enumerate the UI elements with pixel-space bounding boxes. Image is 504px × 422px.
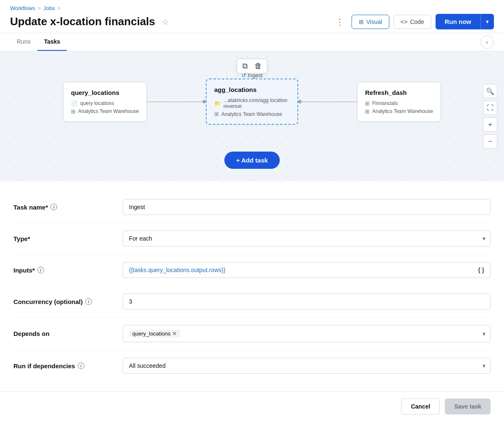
breadcrumb-workflows[interactable]: Workflows — [10, 5, 35, 11]
save-task-button[interactable]: Save task — [445, 398, 491, 414]
task-name-label: Task name* i — [13, 204, 123, 211]
form-row-concurrency: Concurrency (optional) i — [13, 286, 491, 317]
connector-dot-1 — [202, 100, 206, 103]
warehouse-icon-2: ⊞ — [214, 111, 219, 117]
task-form: Task name* i Type* For each Notebook Pyt… — [0, 181, 504, 391]
inputs-label: Inputs* i — [13, 267, 123, 274]
zoom-out-icon: − — [488, 138, 492, 145]
run-now-group: Run now ▾ — [436, 14, 494, 29]
expand-icon: ⛶ — [487, 104, 494, 112]
depends-field[interactable]: query_locations ✕ ▾ — [123, 325, 491, 342]
task-name-info-icon[interactable]: i — [50, 204, 57, 210]
task-name-input[interactable] — [123, 199, 491, 215]
node-query-locations-detail2: ⊞ Analytics Team Warehouse — [71, 108, 139, 115]
tabs-bar: Runs Tasks ‹ — [0, 33, 504, 51]
node-refresh-dash-detail1: ⊞ Finnancials — [365, 100, 433, 107]
form-row-run-if: Run if dependencies i All succeeded At l… — [13, 350, 491, 381]
depends-wrap: query_locations ✕ ▾ — [123, 325, 491, 342]
type-select-wrap: For each Notebook Python script SQL task… — [123, 231, 491, 246]
tab-tasks[interactable]: Tasks — [37, 33, 67, 51]
breadcrumb-jobs[interactable]: Jobs — [43, 5, 55, 11]
breadcrumb: Workflows > Jobs > — [10, 5, 494, 11]
form-footer: Cancel Save task — [0, 391, 504, 421]
code-label: Code — [410, 18, 424, 25]
node-agg-locations-detail2: ⊞ Analytics Team Warehouse — [214, 111, 290, 117]
depends-tag-label: query_locations — [132, 330, 171, 337]
run-if-select[interactable]: All succeeded At least one succeeded Non… — [123, 358, 491, 374]
node-toolbar: ⧉ 🗑 — [237, 59, 268, 73]
cancel-button[interactable]: Cancel — [401, 398, 440, 414]
run-now-button[interactable]: Run now — [436, 14, 480, 29]
folder-icon: 📁 — [214, 100, 221, 107]
concurrency-info-icon[interactable]: i — [85, 298, 92, 305]
run-if-info-icon[interactable]: i — [78, 362, 84, 369]
depends-tag: query_locations ✕ — [129, 330, 180, 338]
run-if-select-wrap: All succeeded At least one succeeded Non… — [123, 358, 491, 374]
workflow-canvas: ⧉ 🗑 ↺ Ingest query_locations 📄 query loc… — [0, 51, 504, 181]
visual-label: Visual — [366, 18, 382, 25]
warehouse-icon-3: ⊞ — [365, 108, 370, 115]
form-row-depends: Depends on query_locations ✕ ▾ — [13, 317, 491, 350]
header: Workflows > Jobs > Update x-location fin… — [0, 0, 504, 33]
form-row-task-name: Task name* i — [13, 191, 491, 223]
zoom-in-icon: + — [488, 121, 492, 128]
header-actions: ⋮ ⊞ Visual <> Code Run now ▾ — [332, 14, 494, 29]
type-select[interactable]: For each Notebook Python script SQL task — [123, 231, 491, 246]
delete-icon[interactable]: 🗑 — [255, 62, 262, 71]
node-agg-locations[interactable]: agg_locations 📁 ...atabricks.com/agg loc… — [206, 79, 298, 125]
connector-1 — [147, 101, 206, 102]
form-row-type: Type* For each Notebook Python script SQ… — [13, 223, 491, 254]
query-icon: 📄 — [71, 100, 78, 107]
concurrency-input[interactable] — [123, 294, 491, 309]
visual-icon: ⊞ — [359, 18, 364, 25]
inputs-wrap: {{tasks.query_locations.output.rows}} { … — [123, 262, 491, 278]
zoom-in-button[interactable]: + — [483, 118, 497, 132]
node-refresh-dash-detail2: ⊞ Analytics Team Warehouse — [365, 108, 433, 115]
add-task-button[interactable]: + Add task — [224, 152, 280, 169]
inputs-info-icon[interactable]: i — [37, 267, 44, 273]
node-query-locations-detail1: 📄 query locations — [71, 100, 139, 107]
breadcrumb-sep1: > — [38, 5, 41, 11]
form-row-inputs: Inputs* i {{tasks.query_locations.output… — [13, 254, 491, 286]
concurrency-label: Concurrency (optional) i — [13, 298, 123, 305]
depends-label: Depends on — [13, 330, 123, 337]
connector-line-1 — [147, 102, 202, 102]
node-query-locations[interactable]: query_locations 📄 query locations ⊞ Anal… — [63, 82, 147, 122]
node-query-locations-title: query_locations — [71, 89, 139, 96]
header-row: Update x-location financials ☆ ⋮ ⊞ Visua… — [10, 14, 494, 29]
warehouse-icon: ⊞ — [71, 108, 76, 115]
code-button[interactable]: <> Code — [394, 15, 431, 29]
search-canvas-button[interactable]: 🔍 — [483, 84, 497, 98]
code-icon: <> — [401, 18, 407, 25]
more-icon[interactable]: ⋮ — [332, 15, 347, 29]
visual-button[interactable]: ⊞ Visual — [352, 15, 389, 29]
copy-icon[interactable]: ⧉ — [242, 62, 248, 71]
node-agg-locations-detail1: 📁 ...atabricks.com/agg location revenue — [214, 97, 290, 109]
star-icon[interactable]: ☆ — [162, 17, 169, 27]
node-refresh-dash-title: Refresh_dash — [365, 89, 433, 96]
collapse-panel-button[interactable]: ‹ — [480, 35, 494, 49]
run-if-label: Run if dependencies i — [13, 362, 123, 370]
zoom-out-button[interactable]: − — [483, 134, 497, 149]
nodes-container: query_locations 📄 query locations ⊞ Anal… — [63, 79, 441, 125]
breadcrumb-sep2: > — [58, 5, 61, 11]
finnancials-icon: ⊞ — [365, 100, 370, 107]
page-title: Update x-location financials — [10, 15, 155, 28]
node-agg-locations-title: agg_locations — [214, 86, 290, 93]
connector-2 — [298, 101, 357, 102]
canvas-controls: 🔍 ⛶ + − — [483, 84, 497, 149]
search-canvas-icon: 🔍 — [486, 87, 494, 95]
fullscreen-button[interactable]: ⛶ — [483, 101, 497, 115]
connector-line-2 — [302, 102, 357, 102]
depends-select-arrow-icon: ▾ — [483, 330, 486, 337]
type-label: Type* — [13, 235, 123, 242]
connector-dot-2 — [298, 100, 302, 103]
inputs-template-button[interactable]: { } — [472, 262, 491, 278]
inputs-value[interactable]: {{tasks.query_locations.output.rows}} — [123, 262, 472, 278]
collapse-icon: ‹ — [486, 39, 488, 45]
tab-runs[interactable]: Runs — [10, 33, 37, 51]
depends-tag-remove[interactable]: ✕ — [172, 330, 177, 337]
node-refresh-dash[interactable]: Refresh_dash ⊞ Finnancials ⊞ Analytics T… — [357, 82, 441, 122]
run-now-dropdown-button[interactable]: ▾ — [480, 14, 494, 29]
